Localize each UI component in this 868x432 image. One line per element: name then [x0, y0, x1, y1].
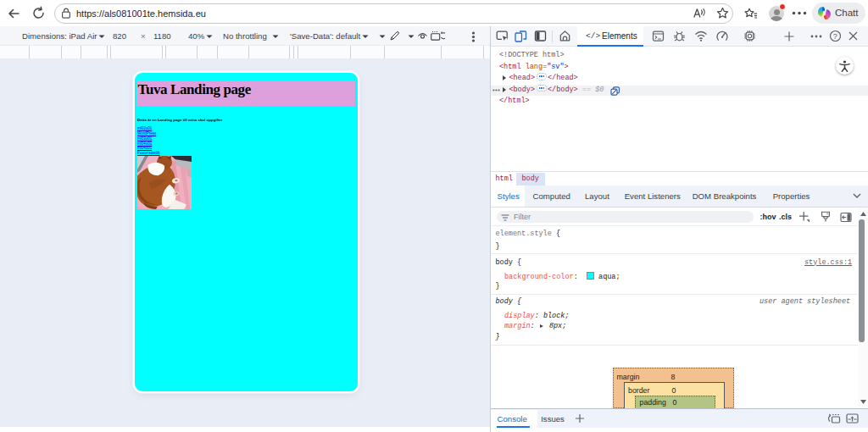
svg-text:?: ?: [833, 32, 837, 41]
